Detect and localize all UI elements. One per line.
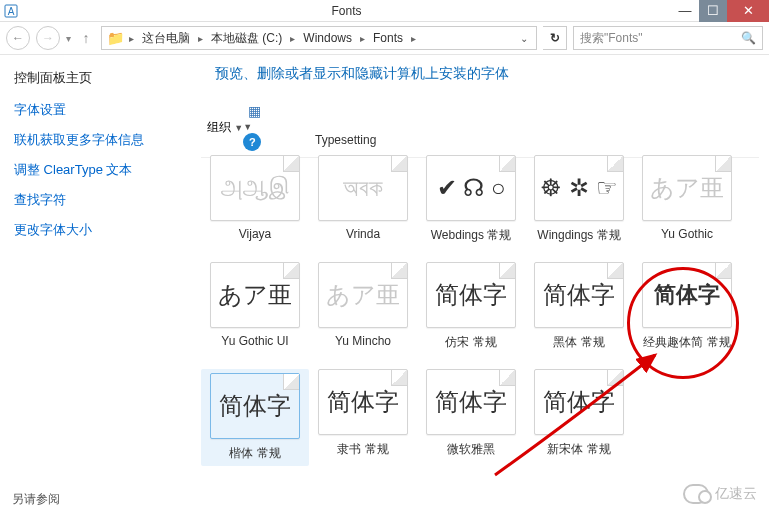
organize-button[interactable]: 组织 ▼ <box>207 119 243 136</box>
breadcrumb-item[interactable]: 这台电脑 <box>139 30 193 47</box>
font-label: Yu Mincho <box>335 334 391 348</box>
font-label: 隶书 常规 <box>337 441 388 458</box>
breadcrumb-sep: ▸ <box>289 33 296 44</box>
window-title: Fonts <box>22 4 671 18</box>
font-label: 楷体 常规 <box>229 445 280 462</box>
navbar: ← → ▾ ↑ 📁 ▸ 这台电脑 ▸ 本地磁盘 (C:) ▸ Windows ▸… <box>0 22 769 55</box>
forward-button[interactable]: → <box>36 26 60 50</box>
sidebar-link-more-fonts[interactable]: 联机获取更多字体信息 <box>12 125 183 155</box>
minimize-button[interactable]: — <box>671 0 699 22</box>
font-sample: あア亜 <box>650 172 724 204</box>
font-item[interactable]: 简体字新宋体 常规 <box>525 369 633 466</box>
font-thumbnail: 简体字 <box>426 262 516 328</box>
font-label: 经典趣体简 常规 <box>643 334 730 351</box>
font-item[interactable]: অবকVrinda <box>309 155 417 244</box>
font-item[interactable]: அஆஇVijaya <box>201 155 309 244</box>
font-label: Vijaya <box>239 227 271 241</box>
breadcrumb-item[interactable]: 本地磁盘 (C:) <box>208 30 285 47</box>
font-item[interactable]: あア亜Yu Gothic UI <box>201 262 309 351</box>
font-item[interactable]: 简体字微软雅黑 <box>417 369 525 466</box>
font-sample: 简体字 <box>435 279 507 311</box>
window-controls: — ☐ ✕ <box>671 0 769 22</box>
font-thumbnail: あア亜 <box>318 262 408 328</box>
breadcrumb-sep: ▸ <box>197 33 204 44</box>
svg-text:A: A <box>8 6 15 17</box>
view-icon[interactable]: ▦ <box>243 103 265 119</box>
truncated-font-label: Typesetting <box>315 133 376 147</box>
breadcrumb-item[interactable]: Windows <box>300 31 355 45</box>
font-thumbnail: ☸ ✲ ☞ <box>534 155 624 221</box>
font-thumbnail: ✔ ☊ ○ <box>426 155 516 221</box>
folder-icon: 📁 <box>106 29 124 47</box>
search-box[interactable]: 搜索"Fonts" 🔍 <box>573 26 763 50</box>
search-placeholder: 搜索"Fonts" <box>580 30 643 47</box>
font-sample: ☸ ✲ ☞ <box>540 174 617 202</box>
font-label: 新宋体 常规 <box>547 441 610 458</box>
page-description: 预览、删除或者显示和隐藏计算机上安装的字体 <box>201 65 759 83</box>
font-item[interactable]: あア亜Yu Mincho <box>309 262 417 351</box>
close-button[interactable]: ✕ <box>727 0 769 22</box>
up-button[interactable]: ↑ <box>77 30 95 46</box>
font-label: Yu Gothic UI <box>221 334 288 348</box>
chevron-down-icon: ▼ <box>234 123 243 133</box>
titlebar: A Fonts — ☐ ✕ <box>0 0 769 22</box>
watermark-text: 亿速云 <box>715 485 757 503</box>
chevron-down-icon[interactable]: ▼ <box>243 122 252 132</box>
watermark-icon <box>683 484 709 504</box>
sidebar-link-font-settings[interactable]: 字体设置 <box>12 95 183 125</box>
breadcrumb-item[interactable]: Fonts <box>370 31 406 45</box>
font-label: 微软雅黑 <box>447 441 495 458</box>
back-button[interactable]: ← <box>6 26 30 50</box>
font-item[interactable]: 简体字经典趣体简 常规 <box>633 262 741 351</box>
font-item[interactable]: ✔ ☊ ○Webdings 常规 <box>417 155 525 244</box>
search-icon: 🔍 <box>741 31 756 45</box>
font-label: Vrinda <box>346 227 380 241</box>
font-sample: 简体字 <box>435 386 507 418</box>
font-thumbnail: あア亜 <box>642 155 732 221</box>
font-sample: 简体字 <box>327 386 399 418</box>
font-item[interactable]: ☸ ✲ ☞Wingdings 常规 <box>525 155 633 244</box>
breadcrumb-sep: ▸ <box>128 33 135 44</box>
font-sample: அஆஇ <box>221 174 289 202</box>
main-area: 控制面板主页 字体设置 联机获取更多字体信息 调整 ClearType 文本 查… <box>0 55 769 514</box>
sidebar-link-font-size[interactable]: 更改字体大小 <box>12 215 183 245</box>
font-label: 黑体 常规 <box>553 334 604 351</box>
sidebar-link-find-char[interactable]: 查找字符 <box>12 185 183 215</box>
font-label: Yu Gothic <box>661 227 713 241</box>
address-bar[interactable]: 📁 ▸ 这台电脑 ▸ 本地磁盘 (C:) ▸ Windows ▸ Fonts ▸… <box>101 26 537 50</box>
maximize-button[interactable]: ☐ <box>699 0 727 22</box>
sidebar-link-cleartype[interactable]: 调整 ClearType 文本 <box>12 155 183 185</box>
address-dropdown-icon[interactable]: ⌄ <box>516 33 532 44</box>
font-thumbnail: அஆஇ <box>210 155 300 221</box>
toolbar-right: ▦ ▼ ? <box>243 103 265 151</box>
font-thumbnail: 简体字 <box>534 262 624 328</box>
font-sample: ✔ ☊ ○ <box>437 174 506 202</box>
app-icon: A <box>0 0 22 22</box>
font-thumbnail: 简体字 <box>426 369 516 435</box>
font-thumbnail: 简体字 <box>210 373 300 439</box>
font-item[interactable]: あア亜Yu Gothic <box>633 155 741 244</box>
font-item[interactable]: 简体字楷体 常规 <box>201 369 309 466</box>
file-area: 预览、删除或者显示和隐藏计算机上安装的字体 组织 ▼ ▦ ▼ ? Typeset… <box>195 55 769 514</box>
sidebar-footer: 另请参阅 <box>12 491 60 508</box>
refresh-button[interactable]: ↻ <box>543 26 567 50</box>
font-sample: 简体字 <box>654 280 720 310</box>
font-label: Wingdings 常规 <box>537 227 620 244</box>
font-thumbnail: 简体字 <box>318 369 408 435</box>
font-sample: 简体字 <box>543 279 615 311</box>
font-label: Webdings 常规 <box>431 227 511 244</box>
font-label: 仿宋 常规 <box>445 334 496 351</box>
sidebar-header: 控制面板主页 <box>12 65 183 95</box>
font-item[interactable]: 简体字黑体 常规 <box>525 262 633 351</box>
font-grid: அஆஇVijayaঅবকVrinda✔ ☊ ○Webdings 常规☸ ✲ ☞W… <box>195 155 769 466</box>
font-item[interactable]: 简体字隶书 常规 <box>309 369 417 466</box>
help-icon[interactable]: ? <box>243 133 261 151</box>
font-thumbnail: 简体字 <box>642 262 732 328</box>
watermark: 亿速云 <box>683 484 757 504</box>
font-thumbnail: あア亜 <box>210 262 300 328</box>
font-sample: 简体字 <box>219 390 291 422</box>
font-item[interactable]: 简体字仿宋 常规 <box>417 262 525 351</box>
font-sample: 简体字 <box>543 386 615 418</box>
sidebar: 控制面板主页 字体设置 联机获取更多字体信息 调整 ClearType 文本 查… <box>0 55 195 514</box>
font-sample: অবক <box>343 174 383 202</box>
